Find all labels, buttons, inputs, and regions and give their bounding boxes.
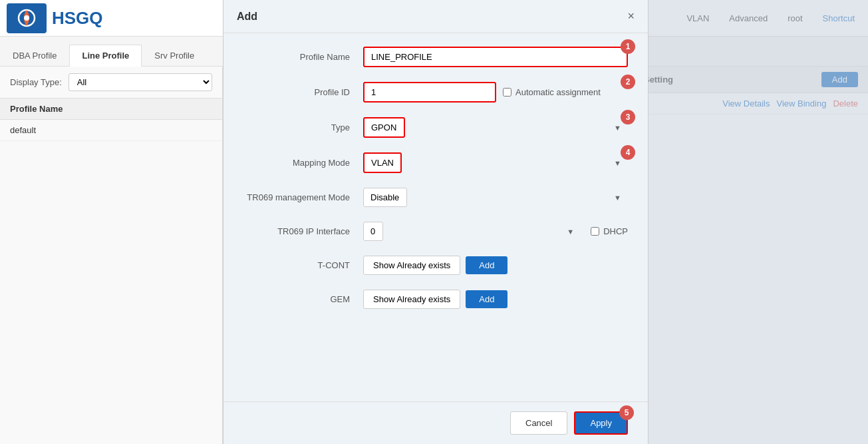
mapping-mode-select[interactable]: VLAN [363, 152, 402, 173]
mapping-mode-label: Mapping Mode [243, 158, 363, 168]
tr069-ip-label: TR069 IP Interface [243, 226, 363, 236]
gem-label: GEM [243, 294, 363, 304]
automatic-assignment-group: Automatic assignment [503, 87, 601, 97]
tcont-label: T-CONT [243, 260, 363, 270]
profile-name-label: Profile Name [243, 52, 363, 62]
close-button[interactable]: × [627, 9, 635, 23]
tr069-ip-select[interactable]: 0 [363, 222, 383, 241]
logo-area: HSGQ [0, 3, 223, 33]
tr069-mode-chevron-icon: ▼ [614, 194, 621, 202]
type-chevron-icon: ▼ [614, 124, 621, 132]
modal-title: Add [237, 11, 257, 23]
list-item[interactable]: default [0, 120, 222, 141]
badge-1: 1 [621, 39, 635, 54]
type-select[interactable]: GPON [363, 117, 405, 138]
type-label: Type [243, 122, 363, 132]
profile-id-label: Profile ID [243, 87, 363, 97]
profile-id-input[interactable] [363, 82, 496, 103]
display-type-select[interactable]: All [69, 73, 212, 91]
profile-id-group: Automatic assignment [363, 82, 628, 103]
badge-5: 5 [619, 405, 634, 420]
tcont-add-button[interactable]: Add [466, 256, 507, 274]
tab-line-profile[interactable]: Line Profile [69, 45, 142, 67]
type-row: Type GPON ▼ 3 [243, 117, 628, 138]
tab-srv-profile[interactable]: Srv Profile [142, 45, 207, 66]
tr069-mode-row: TR069 management Mode Disable ▼ [243, 188, 628, 207]
automatic-assignment-label: Automatic assignment [515, 87, 601, 97]
cancel-button[interactable]: Cancel [510, 411, 567, 435]
dhcp-group: DHCP [591, 226, 628, 236]
badge-3: 3 [621, 110, 635, 124]
tr069-mode-select-wrap: Disable ▼ [363, 188, 628, 207]
dhcp-label: DHCP [603, 226, 628, 236]
apply-button[interactable]: Apply 5 [574, 411, 628, 435]
mapping-mode-chevron-icon: ▼ [614, 159, 621, 167]
left-table-header: Profile Name [0, 99, 222, 120]
dhcp-checkbox[interactable] [591, 227, 599, 236]
badge-2: 2 [621, 75, 635, 89]
logo-box [7, 3, 47, 33]
modal-header: Add × [223, 0, 648, 33]
type-select-wrap: GPON ▼ [363, 117, 628, 138]
modal-footer: Cancel Apply 5 [223, 401, 648, 444]
mapping-mode-select-wrap: VLAN ▼ [363, 152, 628, 173]
profile-id-row: Profile ID Automatic assignment 2 [243, 82, 628, 103]
gem-row: GEM Show Already exists Add [243, 290, 628, 309]
badge-4: 4 [621, 145, 635, 160]
tcont-row: T-CONT Show Already exists Add [243, 256, 628, 275]
logo-icon [13, 7, 40, 30]
mapping-mode-row: Mapping Mode VLAN ▼ 4 [243, 152, 628, 173]
logo-text: HSGQ [52, 8, 103, 29]
gem-show-button[interactable]: Show Already exists [363, 290, 460, 309]
display-type-row: Display Type: All [0, 67, 222, 99]
tcont-show-button[interactable]: Show Already exists [363, 256, 460, 275]
gem-add-button[interactable]: Add [466, 290, 507, 308]
tr069-ip-select-wrap: 0 ▼ [363, 222, 581, 241]
display-type-label: Display Type: [10, 77, 62, 87]
tr069-mode-select[interactable]: Disable [363, 188, 407, 207]
tab-dba-profile[interactable]: DBA Profile [0, 45, 69, 66]
modal-body: Profile Name 1 Profile ID Automatic assi… [223, 33, 648, 337]
tr069-ip-chevron-icon: ▼ [567, 228, 574, 236]
svg-point-1 [24, 15, 29, 21]
automatic-assignment-checkbox[interactable] [503, 88, 511, 97]
tr069-mode-label: TR069 management Mode [243, 192, 363, 202]
profile-name-row: Profile Name 1 [243, 47, 628, 67]
left-panel: Display Type: All Profile Name default [0, 67, 223, 444]
tr069-ip-row: TR069 IP Interface 0 ▼ DHCP [243, 222, 628, 241]
modal-dialog: Add × Profile Name 1 Profile ID Automati… [223, 0, 649, 444]
profile-name-input[interactable] [363, 47, 628, 67]
